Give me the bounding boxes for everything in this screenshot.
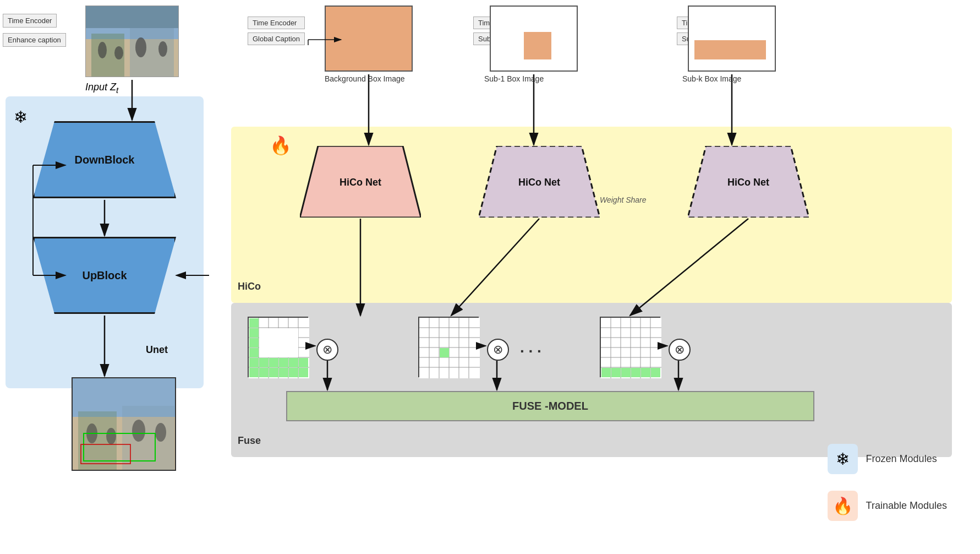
- svg-rect-52: [259, 328, 298, 357]
- svg-point-16: [155, 423, 166, 442]
- svg-rect-41: [249, 368, 259, 377]
- grid3-svg: [601, 318, 661, 378]
- svg-point-7: [158, 41, 167, 57]
- bg-time-encoder: Time Encoder: [248, 17, 305, 29]
- fuse-label: Fuse: [238, 435, 261, 447]
- downblock-shape: [33, 121, 176, 198]
- sub1-box-image: [490, 6, 578, 72]
- svg-rect-37: [249, 328, 259, 338]
- svg-rect-76: [601, 368, 611, 377]
- bg-branch-inputs: Time Encoder Global Caption: [248, 17, 305, 45]
- grid2-svg: [419, 318, 480, 378]
- grid1: [248, 317, 308, 377]
- svg-rect-77: [611, 368, 621, 377]
- input-image-svg: [86, 6, 179, 77]
- svg-rect-45: [289, 358, 298, 367]
- downblock: DownBlock: [33, 121, 176, 198]
- svg-point-6: [135, 37, 146, 57]
- fuse-model-box: FUSE -MODEL: [286, 391, 814, 421]
- unet-label: Unet: [146, 344, 168, 356]
- legend-trainable-icon-bg: 🔥: [828, 491, 858, 521]
- svg-rect-8: [86, 6, 179, 28]
- legend-frozen: ❄ Frozen Modules: [828, 444, 947, 474]
- input-label: Input Zt: [85, 82, 118, 95]
- legend-frozen-label: Frozen Modules: [866, 453, 937, 465]
- upblock: UpBlock: [33, 237, 176, 314]
- svg-rect-81: [651, 368, 660, 377]
- svg-text:HiCo Net: HiCo Net: [518, 177, 560, 188]
- svg-rect-43: [269, 358, 278, 367]
- unet-section: Time Encoder Enhance caption Input Zt: [0, 0, 220, 554]
- subk-box-image: [688, 6, 776, 72]
- legend-section: ❄ Frozen Modules 🔥 Trainable Modules: [828, 444, 947, 521]
- svg-point-14: [106, 428, 116, 444]
- subk-box-image-label: Sub-k Box Image: [682, 74, 741, 83]
- hicone-sub1-svg: HiCo Net: [479, 146, 600, 218]
- svg-point-15: [132, 420, 145, 442]
- svg-rect-50: [289, 368, 298, 377]
- bg-global-caption: Global Caption: [248, 32, 305, 45]
- input-image: [85, 6, 179, 77]
- background-box-image: [325, 6, 413, 72]
- cross-circle-2: ⊗: [487, 339, 509, 361]
- legend-trainable-label: Trainable Modules: [866, 500, 947, 512]
- output-image-svg: [73, 378, 176, 471]
- enhance-caption-box: Enhance caption: [3, 33, 66, 47]
- hicone-sub1: HiCo Net: [479, 146, 600, 218]
- dots-separator: . . .: [520, 339, 541, 356]
- upblock-shape: [33, 237, 176, 314]
- sub1-box-image-label: Sub-1 Box Image: [484, 74, 544, 83]
- sub1-box-fill: [524, 32, 551, 59]
- legend-flame-icon: 🔥: [833, 496, 853, 515]
- svg-rect-36: [249, 318, 259, 328]
- cross-circle-1: ⊗: [316, 339, 338, 361]
- svg-point-4: [98, 42, 107, 58]
- diagram-container: Time Encoder Enhance caption Input Zt: [0, 0, 980, 554]
- svg-rect-44: [279, 358, 288, 367]
- hico-label: HiCo: [238, 281, 261, 292]
- legend-trainable: 🔥 Trainable Modules: [828, 491, 947, 521]
- svg-rect-80: [641, 368, 650, 377]
- svg-rect-39: [249, 348, 259, 357]
- subk-box-fill: [694, 40, 766, 59]
- legend-snowflake-icon: ❄: [836, 449, 850, 469]
- grid1-svg: [249, 318, 309, 378]
- weight-share-label: Weight Share: [600, 195, 647, 204]
- svg-rect-38: [249, 338, 259, 347]
- time-encoder-left: Time Encoder: [3, 14, 57, 28]
- svg-rect-78: [621, 368, 631, 377]
- svg-text:HiCo Net: HiCo Net: [727, 177, 769, 188]
- fuse-section: [231, 303, 952, 457]
- hicone-bg-svg: HiCo Net: [300, 146, 421, 218]
- hicone-bg: HiCo Net: [300, 146, 421, 218]
- svg-rect-79: [631, 368, 640, 377]
- svg-rect-42: [259, 358, 269, 367]
- bg-box-fill: [326, 7, 412, 70]
- svg-rect-53: [419, 318, 480, 378]
- output-image: [72, 377, 176, 471]
- snowflake-icon: ❄: [14, 107, 28, 127]
- grid2: [418, 317, 479, 377]
- svg-point-5: [114, 46, 123, 59]
- svg-rect-64: [440, 348, 449, 357]
- grid3: [600, 317, 660, 377]
- svg-rect-49: [279, 368, 288, 377]
- flame-icon-bg: 🔥: [270, 135, 292, 156]
- svg-rect-40: [249, 358, 259, 367]
- hicone-subk: HiCo Net: [688, 146, 809, 218]
- svg-rect-48: [269, 368, 278, 377]
- svg-rect-47: [259, 368, 269, 377]
- bg-box-image-label: Background Box Image: [325, 74, 405, 83]
- svg-rect-51: [299, 368, 308, 377]
- svg-text:HiCo Net: HiCo Net: [340, 177, 381, 188]
- hicone-subk-svg: HiCo Net: [688, 146, 809, 218]
- svg-rect-46: [299, 358, 308, 367]
- legend-frozen-icon-bg: ❄: [828, 444, 858, 474]
- cross-circle-3: ⊗: [669, 339, 691, 361]
